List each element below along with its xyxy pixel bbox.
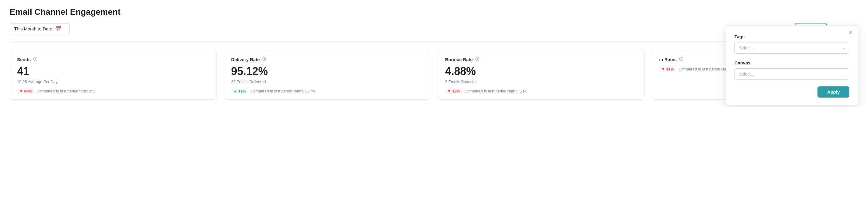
calendar-icon: 📅 xyxy=(55,26,61,32)
tags-select[interactable]: Select... xyxy=(735,42,849,54)
bounce-rate-value: 4.88% xyxy=(445,65,637,78)
sends-change: ▼ 84% Compared to last period total: 253 xyxy=(17,88,209,94)
bounce-rate-card: Bounce Rate ⓘ 4.88% 2 Emails Bounced ▼ 1… xyxy=(438,49,645,100)
sends-value: 41 xyxy=(17,65,209,78)
delivery-rate-badge: ▲ 11% xyxy=(231,88,248,94)
delivery-rate-change-text: Compared to last period rate: 85.77% xyxy=(251,89,315,93)
delivery-rate-value: 95.12% xyxy=(231,65,423,78)
delivery-rate-card: Delivery Rate ⓘ 95.12% 39 Emails Deliver… xyxy=(224,49,431,100)
filter-apply-row: Apply xyxy=(735,86,849,97)
bounce-rate-change: ▼ 12% Compared to last period rate: 5.53… xyxy=(445,88,637,94)
canvas-select-wrapper: Select... ⌄ xyxy=(735,68,849,80)
tags-select-wrapper: Select... ⌄ xyxy=(735,42,849,54)
date-picker-label: This Month to Date xyxy=(14,26,52,31)
in-rates-badge: ▼ 11% xyxy=(659,66,676,72)
delivery-rate-label: Delivery Rate xyxy=(231,57,260,62)
bounce-rate-header: Bounce Rate ⓘ xyxy=(445,57,637,62)
date-picker-button[interactable]: This Month to Date 📅 xyxy=(10,23,70,34)
delivery-rate-header: Delivery Rate ⓘ xyxy=(231,57,423,62)
bounce-rate-info-icon[interactable]: ⓘ xyxy=(475,57,479,62)
bounce-rate-label: Bounce Rate xyxy=(445,57,473,62)
canvas-filter-section: Canvas Select... ⌄ xyxy=(735,60,849,80)
bounce-rate-sub: 2 Emails Bounced xyxy=(445,80,637,84)
sends-header: Sends ⓘ xyxy=(17,57,209,62)
metrics-row: Sends ⓘ 41 10.25 Average Per Day ▼ 84% C… xyxy=(10,49,858,100)
tags-filter-section: Tags Select... ⌄ xyxy=(735,34,849,54)
canvas-label: Canvas xyxy=(735,60,849,65)
in-rates-card: in Rates ⓘ ▼ 11% Compared to last period… xyxy=(652,49,859,100)
apply-button[interactable]: Apply xyxy=(817,86,849,97)
filter-panel-close-button[interactable]: ✕ xyxy=(848,30,853,35)
in-rates-info-icon[interactable]: ⓘ xyxy=(679,57,683,62)
sends-change-text: Compared to last period total: 253 xyxy=(37,89,96,93)
delivery-rate-change: ▲ 11% Compared to last period rate: 85.7… xyxy=(231,88,423,94)
sends-badge: ▼ 84% xyxy=(17,88,34,94)
sends-sub: 10.25 Average Per Day xyxy=(17,80,209,84)
delivery-rate-info-icon[interactable]: ⓘ xyxy=(262,57,267,62)
bounce-rate-change-text: Compared to last period rate: 5.53% xyxy=(465,89,528,93)
filter-panel: ✕ Tags Select... ⌄ Canvas Select... ⌄ xyxy=(726,25,858,105)
sends-card: Sends ⓘ 41 10.25 Average Per Day ▼ 84% C… xyxy=(10,49,217,100)
bounce-rate-badge: ▼ 12% xyxy=(445,88,462,94)
in-rates-label: in Rates xyxy=(659,57,677,62)
delivery-rate-sub: 39 Emails Delivered xyxy=(231,80,423,84)
sends-info-icon[interactable]: ⓘ xyxy=(33,57,37,62)
page-title: Email Channel Engagement xyxy=(10,7,858,17)
sends-label: Sends xyxy=(17,57,31,62)
canvas-select[interactable]: Select... xyxy=(735,68,849,80)
tags-label: Tags xyxy=(735,34,849,39)
